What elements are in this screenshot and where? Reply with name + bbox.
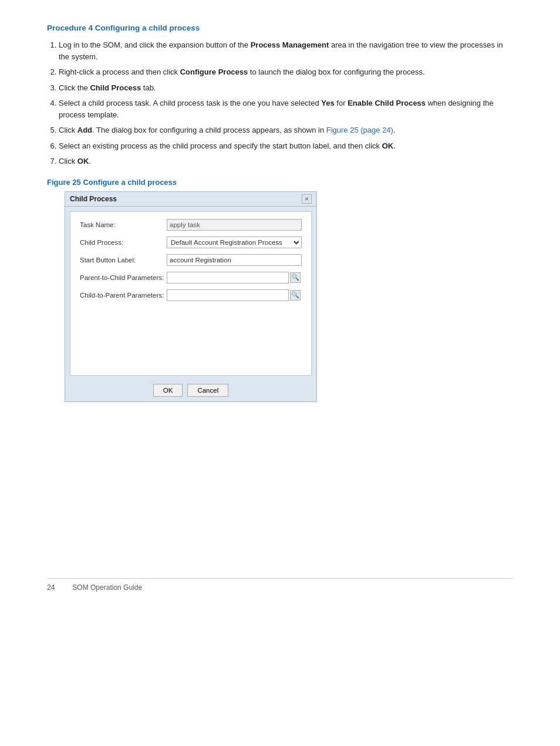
page: Procedure 4 Configuring a child process …	[0, 0, 560, 627]
procedure-steps: Log in to the SOM, and click the expansi…	[59, 39, 513, 167]
parent-to-child-label: Parent-to-Child Parameters:	[80, 274, 167, 281]
step-2-bold: Configure Process	[180, 67, 248, 76]
parent-to-child-row: Parent-to-Child Parameters: 🔍	[80, 272, 302, 283]
step-7: Click OK.	[59, 156, 513, 167]
child-to-parent-label: Child-to-Parent Parameters:	[80, 292, 167, 299]
document-title: SOM Operation Guide	[72, 583, 142, 592]
parent-to-child-input[interactable]	[167, 272, 289, 283]
dialog-content-area	[80, 307, 302, 366]
step-7-bold-ok: OK	[77, 157, 89, 166]
dialog-close-button[interactable]: ×	[302, 194, 312, 204]
step-6-bold-ok: OK	[382, 141, 394, 150]
cancel-button[interactable]: Cancel	[187, 384, 228, 397]
task-name-field	[167, 219, 302, 231]
child-to-parent-input[interactable]	[167, 289, 289, 301]
step-5: Click Add. The dialog box for configurin…	[59, 124, 513, 136]
step-4-bold-enable: Enable Child Process	[348, 99, 426, 107]
step-3: Click the Child Process tab.	[59, 82, 513, 94]
task-name-row: Task Name:	[80, 219, 302, 231]
parent-to-child-field: 🔍	[167, 272, 302, 283]
dialog-body: Task Name: Child Process: Default Accoun…	[70, 211, 312, 376]
child-process-field: Default Account Registration Process	[167, 237, 302, 248]
dialog-titlebar: Child Process ×	[65, 192, 316, 207]
task-name-input[interactable]	[167, 219, 302, 231]
child-to-parent-row: Child-to-Parent Parameters: 🔍	[80, 289, 302, 301]
start-button-label-label: Start Button Label:	[80, 256, 167, 264]
step-5-bold-add: Add	[77, 126, 92, 134]
step-2: Right-click a process and then click Con…	[59, 66, 513, 78]
page-footer: 24 SOM Operation Guide	[47, 578, 513, 592]
child-process-label: Child Process:	[80, 239, 167, 246]
figure-title: Figure 25 Configure a child process	[47, 178, 513, 187]
step-3-bold: Child Process	[90, 83, 141, 92]
parent-to-child-search-button[interactable]: 🔍	[290, 272, 301, 283]
task-name-label: Task Name:	[80, 221, 167, 228]
child-to-parent-field: 🔍	[167, 289, 302, 301]
dialog-wrapper: Child Process × Task Name: Child Process…	[65, 191, 317, 402]
start-button-label-field	[167, 254, 302, 266]
step-4: Select a child process task. A child pro…	[59, 97, 513, 120]
step-4-bold-yes: Yes	[321, 99, 334, 107]
ok-button[interactable]: OK	[153, 384, 183, 397]
child-process-row: Child Process: Default Account Registrat…	[80, 237, 302, 248]
step-6: Select an existing process as the child …	[59, 140, 513, 152]
child-process-select[interactable]: Default Account Registration Process	[167, 237, 302, 248]
start-button-label-input[interactable]	[167, 254, 302, 266]
step-1: Log in to the SOM, and click the expansi…	[59, 39, 513, 62]
page-number: 24	[47, 583, 55, 592]
dialog-footer: OK Cancel	[65, 380, 316, 401]
child-process-dialog: Child Process × Task Name: Child Process…	[65, 191, 317, 402]
figure-25-link[interactable]: Figure 25 (page 24)	[326, 126, 393, 134]
step-1-bold: Process Management	[251, 40, 329, 49]
child-to-parent-search-button[interactable]: 🔍	[290, 290, 301, 301]
procedure-title: Procedure 4 Configuring a child process	[47, 23, 513, 32]
start-button-label-row: Start Button Label:	[80, 254, 302, 266]
dialog-title-text: Child Process	[70, 195, 117, 203]
